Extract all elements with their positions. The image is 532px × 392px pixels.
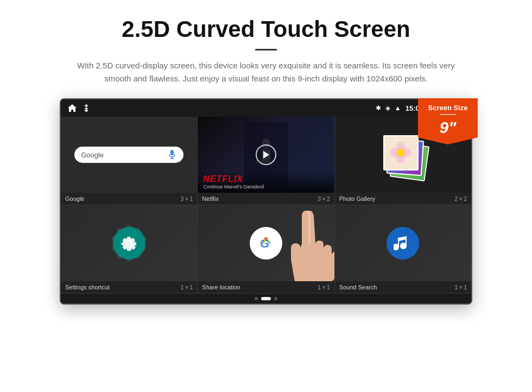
top-apps-row: Google — [61, 117, 471, 205]
page-title: 2.5D Curved Touch Screen — [33, 16, 499, 42]
settings-content: ⚙ — [61, 205, 197, 281]
sound-search-label: Sound Search — [339, 284, 377, 290]
hand-svg — [280, 211, 334, 281]
usb-icon — [83, 104, 90, 112]
share-location-cell[interactable]: G — [198, 205, 334, 294]
settings-icon-circle — [113, 227, 145, 260]
maps-icon-svg: G — [255, 232, 277, 254]
bluetooth-icon: ✱ — [376, 104, 381, 112]
screen-size-badge: Screen Size 9" — [418, 98, 478, 144]
header-section: 2.5D Curved Touch Screen With 2.5D curve… — [33, 16, 499, 85]
netflix-app-content: NETFLIX Continue Marvel's Daredevil — [198, 117, 334, 193]
badge-divider — [440, 114, 456, 115]
device-outer: Screen Size 9" — [60, 98, 472, 305]
photo-gallery-label: Photo Gallery — [339, 195, 376, 202]
google-search-bar[interactable]: Google — [74, 147, 183, 163]
photo-gallery-label-row: Photo Gallery 2 × 2 — [335, 193, 471, 205]
netflix-text-overlay: NETFLIX Continue Marvel's Daredevil — [198, 171, 334, 193]
flower-image — [384, 136, 417, 169]
netflix-grid: 3 × 2 — [318, 196, 330, 202]
share-location-label: Share location — [202, 284, 240, 290]
settings-label-row: Settings shortcut 1 × 1 — [61, 281, 197, 293]
svg-rect-1 — [170, 150, 174, 155]
photo-gallery-grid: 2 × 2 — [454, 196, 467, 202]
svg-point-16 — [397, 149, 404, 156]
google-app-cell[interactable]: Google — [61, 117, 198, 205]
share-location-grid: 1 × 1 — [318, 284, 330, 290]
google-label-row: Google 3 × 1 — [61, 193, 197, 205]
page-dot-1 — [255, 297, 258, 300]
device-frame: ✱ ◈ ▲ 15:06 ⊡ ◁) ✕ ▭ — [60, 98, 472, 305]
netflix-subtitle: Continue Marvel's Daredevil — [203, 184, 328, 189]
status-bar: ✱ ◈ ▲ 15:06 ⊡ ◁) ✕ ▭ — [61, 99, 471, 117]
sound-search-content — [335, 205, 471, 281]
settings-gear-icon — [120, 234, 138, 252]
status-left — [67, 104, 90, 112]
wifi-icon: ▲ — [395, 104, 401, 112]
google-app-content: Google — [61, 117, 197, 193]
settings-label: Settings shortcut — [65, 284, 110, 290]
music-note-icon — [394, 234, 412, 252]
play-icon — [262, 150, 270, 159]
badge-size: 9" — [422, 118, 473, 137]
netflix-app-cell[interactable]: NETFLIX Continue Marvel's Daredevil Netf… — [198, 117, 334, 205]
google-label: Google — [65, 195, 84, 202]
sound-search-label-row: Sound Search 1 × 1 — [335, 281, 471, 293]
title-divider — [255, 49, 277, 50]
sound-search-cell[interactable]: Sound Search 1 × 1 — [335, 205, 471, 294]
hand-pointer — [280, 211, 334, 281]
netflix-logo-text: NETFLIX — [203, 174, 328, 184]
svg-point-0 — [85, 110, 87, 112]
netflix-play-button[interactable] — [256, 144, 276, 165]
google-maps-icon: G — [250, 227, 282, 260]
google-grid: 3 × 1 — [181, 196, 193, 202]
sound-search-grid: 1 × 1 — [454, 284, 467, 290]
netflix-label: Netflix — [202, 195, 219, 202]
google-mic-icon — [167, 150, 177, 160]
share-location-label-row: Share location 1 × 1 — [198, 281, 334, 293]
app-grid-area: Google — [61, 117, 471, 294]
svg-marker-9 — [263, 151, 269, 159]
location-icon: ◈ — [385, 104, 390, 112]
sound-search-icon-circle — [387, 227, 419, 260]
page-container: 2.5D Curved Touch Screen With 2.5D curve… — [0, 0, 532, 315]
home-icon — [67, 104, 77, 112]
settings-shortcut-cell[interactable]: ⚙ Settings shortcut 1 × 1 — [61, 205, 198, 294]
badge-label: Screen Size — [422, 104, 473, 112]
photo-card-3 — [383, 135, 419, 170]
page-dot-2 — [261, 297, 271, 300]
netflix-label-row: Netflix 3 × 2 — [198, 193, 334, 205]
description: With 2.5D curved-display screen, this de… — [71, 59, 461, 85]
page-indicator — [61, 294, 471, 304]
bottom-apps-row: ⚙ Settings shortcut 1 × 1 — [61, 205, 471, 294]
settings-grid: 1 × 1 — [181, 284, 193, 290]
page-dot-3 — [274, 297, 277, 300]
google-logo: Google — [81, 151, 104, 159]
share-location-content: G — [198, 205, 334, 281]
